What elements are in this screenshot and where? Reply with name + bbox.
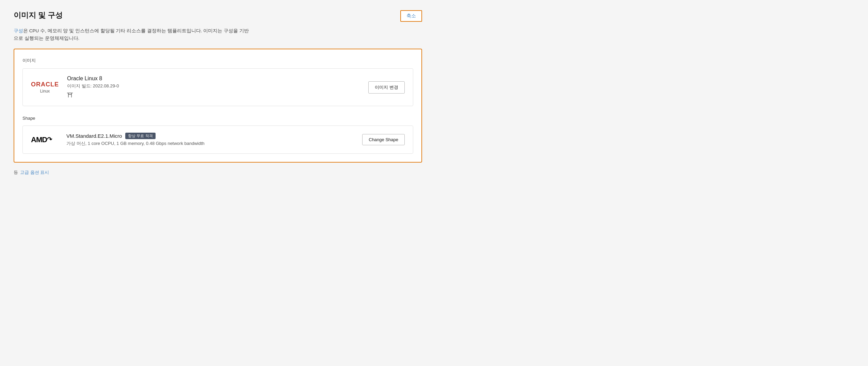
amd-logo: AMD↷ [31, 135, 58, 144]
change-shape-button[interactable]: Change Shape [362, 134, 405, 145]
page-container: 이미지 및 구성 축소 구성은 CPU 수, 메모리 양 및 인스턴스에 할당될… [14, 10, 422, 176]
oracle-logo-bottom: Linux [40, 89, 50, 94]
image-name: Oracle Linux 8 [67, 76, 360, 82]
description-text: 구성은 CPU 수, 메모리 양 및 인스턴스에 할당될 기타 리소스를 결정하… [14, 27, 252, 42]
shape-name-row: VM.Standard.E2.1.Micro 항상 무료 적격 [66, 133, 354, 139]
shape-info: VM.Standard.E2.1.Micro 항상 무료 적격 가상 머신, 1… [66, 133, 354, 147]
change-image-button[interactable]: 이미지 변경 [368, 81, 405, 94]
advanced-options-link[interactable]: 고급 옵션 표시 [20, 169, 49, 176]
description-rest: 은 CPU 수, 메모리 양 및 인스턴스에 할당될 기타 리소스를 결정하는 … [14, 28, 249, 41]
amd-logo-text: AMD↷ [31, 135, 52, 144]
shape-row: AMD↷ VM.Standard.E2.1.Micro 항상 무료 적격 가상 … [22, 126, 413, 154]
shield-icon: ⛩ [67, 92, 73, 99]
image-section-label: 이미지 [22, 57, 413, 64]
footer-static: 등 [14, 169, 18, 176]
shape-section: Shape AMD↷ VM.Standard.E2.1.Micro 항상 무료 … [22, 116, 413, 154]
collapse-button[interactable]: 축소 [400, 10, 422, 22]
shape-name: VM.Standard.E2.1.Micro [66, 133, 122, 139]
image-build: 이미지 빌드: 2022.08.29-0 [67, 83, 360, 89]
free-badge: 항상 무료 적격 [125, 133, 155, 139]
shape-section-label: Shape [22, 116, 413, 121]
image-row: ORACLE Linux Oracle Linux 8 이미지 빌드: 2022… [22, 68, 413, 106]
image-info: Oracle Linux 8 이미지 빌드: 2022.08.29-0 ⛩ [67, 76, 360, 99]
main-card: 이미지 ORACLE Linux Oracle Linux 8 이미지 빌드: … [14, 49, 422, 163]
page-title: 이미지 및 구성 [14, 10, 63, 20]
footer-row: 등 고급 옵션 표시 [14, 169, 422, 176]
oracle-logo: ORACLE Linux [31, 81, 59, 94]
shape-desc: 가상 머신, 1 core OCPU, 1 GB memory, 0.48 Gb… [66, 140, 354, 147]
configuration-link[interactable]: 구성 [14, 28, 23, 33]
oracle-logo-top: ORACLE [31, 81, 59, 88]
header-row: 이미지 및 구성 축소 [14, 10, 422, 22]
